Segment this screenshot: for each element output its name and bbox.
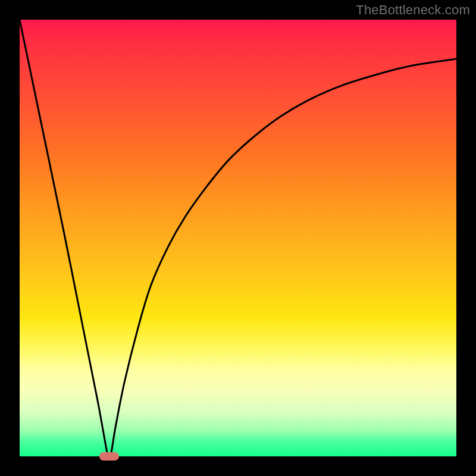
chart-curve <box>20 20 456 456</box>
min-marker <box>99 452 119 461</box>
chart-frame: TheBottleneck.com <box>0 0 476 476</box>
plot-area <box>20 20 456 456</box>
watermark-text: TheBottleneck.com <box>356 2 470 18</box>
